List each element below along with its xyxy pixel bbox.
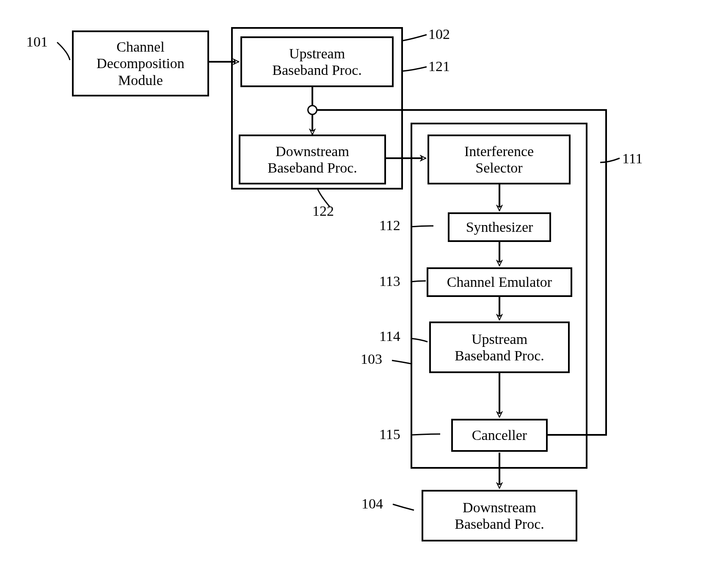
block-synthesizer: Synthesizer xyxy=(448,212,551,242)
block-text: UpstreamBaseband Proc. xyxy=(455,331,544,364)
label-121: 121 xyxy=(428,58,450,74)
block-text: Channel Emulator xyxy=(447,274,552,290)
label-102: 102 xyxy=(428,26,450,42)
label-101: 101 xyxy=(26,34,48,50)
label-114: 114 xyxy=(379,328,400,344)
label-115: 115 xyxy=(379,426,400,442)
block-text: Canceller xyxy=(472,427,527,443)
label-111: 111 xyxy=(622,151,643,167)
label-122: 122 xyxy=(312,203,334,219)
block-channel-decomposition: ChannelDecompositionModule xyxy=(72,30,209,96)
block-text: DownstreamBaseband Proc. xyxy=(455,499,544,532)
block-channel-emulator: Channel Emulator xyxy=(427,267,572,297)
diagram-stage: ChannelDecompositionModule UpstreamBaseb… xyxy=(0,0,706,588)
block-text: UpstreamBaseband Proc. xyxy=(272,45,362,78)
block-text: ChannelDecompositionModule xyxy=(97,38,185,88)
block-text: InterferenceSelector xyxy=(464,143,534,176)
label-104: 104 xyxy=(361,496,383,512)
block-text: Synthesizer xyxy=(466,219,533,235)
label-103: 103 xyxy=(361,351,382,367)
junction-circle xyxy=(307,105,317,115)
block-upstream-bb-1: UpstreamBaseband Proc. xyxy=(240,36,394,87)
block-canceller: Canceller xyxy=(451,419,548,452)
block-downstream-bb-1: DownstreamBaseband Proc. xyxy=(239,135,386,184)
label-113: 113 xyxy=(379,273,400,289)
block-downstream-bb-2: DownstreamBaseband Proc. xyxy=(422,490,577,541)
label-112: 112 xyxy=(379,217,400,234)
block-text: DownstreamBaseband Proc. xyxy=(268,143,357,176)
block-upstream-bb-2: UpstreamBaseband Proc. xyxy=(429,321,570,373)
block-interference-selector: InterferenceSelector xyxy=(427,135,571,184)
